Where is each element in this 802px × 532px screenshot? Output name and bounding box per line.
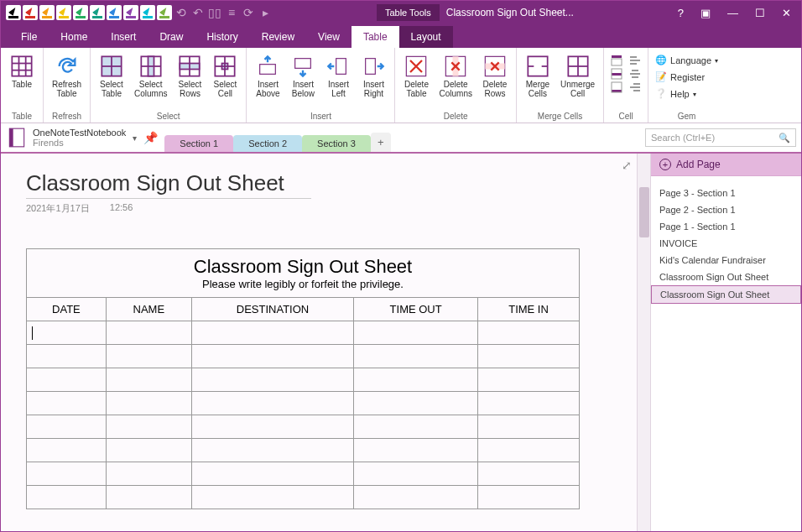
- merge-cells-icon: [526, 55, 549, 78]
- insert-below-button[interactable]: Insert Below: [287, 53, 319, 100]
- align-right-button[interactable]: [629, 81, 641, 93]
- col-time-out[interactable]: TIME OUT: [354, 298, 478, 321]
- tab-section-3[interactable]: Section 3: [302, 135, 371, 152]
- pen-lime-icon[interactable]: [157, 5, 172, 20]
- page-item[interactable]: Page 1 - Section 1: [651, 218, 801, 235]
- select-table-button[interactable]: Select Table: [96, 53, 128, 100]
- scrollbar-thumb[interactable]: [639, 187, 649, 237]
- page-item[interactable]: Classroom Sign Out Sheet: [651, 269, 801, 285]
- refresh-table-button[interactable]: Refresh Table: [49, 53, 85, 100]
- language-button[interactable]: 🌐Language▾: [655, 55, 718, 66]
- pen-teal-icon[interactable]: [90, 5, 105, 20]
- delete-table-button[interactable]: Delete Table: [400, 53, 432, 100]
- table-row[interactable]: [27, 486, 580, 509]
- select-rows-button[interactable]: Select Rows: [174, 53, 206, 100]
- back-icon[interactable]: ⟲: [174, 5, 189, 20]
- col-date[interactable]: DATE: [27, 298, 107, 321]
- page-item[interactable]: Page 3 - Section 1: [651, 185, 801, 201]
- page-item[interactable]: INVOICE: [651, 235, 801, 252]
- align-top-button[interactable]: [611, 55, 622, 66]
- unmerge-cell-button[interactable]: Unmerge Cell: [557, 53, 598, 100]
- table-row[interactable]: [27, 439, 580, 462]
- menu-bar: File Home Insert Draw History Review Vie…: [1, 24, 801, 48]
- panel-icon[interactable]: ▯▯: [207, 5, 222, 20]
- search-input[interactable]: Search (Ctrl+E) 🔍: [645, 128, 796, 147]
- pen-black-icon[interactable]: [6, 5, 21, 20]
- align-bottom-button[interactable]: [611, 81, 622, 93]
- table-row[interactable]: [27, 345, 580, 368]
- delete-columns-button[interactable]: Delete Columns: [435, 53, 475, 100]
- insert-left-button[interactable]: Insert Left: [322, 53, 354, 100]
- ribbon-group-select-label: Select: [96, 110, 241, 123]
- pen-purple-icon[interactable]: [123, 5, 138, 20]
- menu-review[interactable]: Review: [250, 26, 306, 48]
- add-section-button[interactable]: +: [371, 133, 391, 152]
- pen-red-icon[interactable]: [23, 5, 38, 20]
- more-icon[interactable]: ▸: [258, 5, 273, 20]
- notebook-dropdown-icon[interactable]: ▾: [133, 133, 137, 143]
- menu-layout[interactable]: Layout: [399, 26, 453, 48]
- vertical-scrollbar[interactable]: [637, 154, 650, 531]
- main-area: ⤢ Classroom Sign Out Sheet 2021年1月17日 12…: [1, 154, 801, 531]
- notebook-bar: OneNoteTestNotebook Firends ▾ 📌 Section …: [1, 123, 801, 154]
- align-center-button[interactable]: [629, 68, 641, 80]
- merge-cells-button[interactable]: Merge Cells: [522, 53, 554, 100]
- col-name[interactable]: NAME: [106, 298, 191, 321]
- register-button[interactable]: 📝Register: [655, 71, 718, 83]
- page-item-selected[interactable]: Classroom Sign Out Sheet: [651, 285, 801, 304]
- delete-rows-icon: [483, 55, 507, 78]
- align-left-button[interactable]: [629, 55, 641, 66]
- page-item[interactable]: Page 2 - Section 1: [651, 201, 801, 218]
- pen-green-icon[interactable]: [73, 5, 88, 20]
- help-icon[interactable]: ?: [678, 7, 684, 19]
- undo-icon[interactable]: ↶: [190, 5, 206, 20]
- pen-cyan-icon[interactable]: [140, 5, 155, 20]
- list-icon[interactable]: ≡: [224, 5, 239, 20]
- pen-blue-icon[interactable]: [107, 5, 122, 20]
- select-cell-button[interactable]: Select Cell: [209, 53, 241, 100]
- help-label: Help: [670, 89, 690, 99]
- insert-above-button[interactable]: Insert Above: [252, 53, 284, 100]
- menu-view[interactable]: View: [306, 26, 352, 48]
- page-date[interactable]: 2021年1月17日: [26, 202, 90, 215]
- menu-draw[interactable]: Draw: [148, 26, 195, 48]
- align-middle-button[interactable]: [611, 68, 622, 80]
- pen-yellow-icon[interactable]: [56, 5, 71, 20]
- close-icon[interactable]: ✕: [782, 7, 791, 19]
- delete-rows-button[interactable]: Delete Rows: [479, 53, 511, 100]
- language-label: Language: [670, 55, 711, 65]
- col-time-in[interactable]: TIME IN: [478, 298, 580, 321]
- maximize-icon[interactable]: ☐: [755, 7, 765, 19]
- signout-table[interactable]: Classroom Sign Out SheetPlease write leg…: [26, 248, 580, 509]
- insert-right-button[interactable]: Insert Right: [357, 53, 389, 100]
- table-row[interactable]: [27, 462, 580, 486]
- forward-icon[interactable]: ⟳: [241, 5, 256, 20]
- pen-orange-icon[interactable]: [39, 5, 55, 20]
- table-row[interactable]: [27, 368, 580, 392]
- col-destination[interactable]: DESTINATION: [191, 298, 353, 321]
- page-time[interactable]: 12:56: [110, 202, 133, 215]
- tab-section-2[interactable]: Section 2: [233, 135, 302, 152]
- add-page-button[interactable]: + Add Page: [651, 154, 801, 176]
- pin-icon[interactable]: 📌: [143, 131, 158, 144]
- table-row[interactable]: [27, 392, 580, 415]
- ribbon-options-icon[interactable]: ▣: [700, 7, 711, 19]
- menu-table[interactable]: Table: [352, 26, 399, 48]
- page-item[interactable]: Kid's Calendar Fundraiser: [651, 252, 801, 269]
- select-columns-button[interactable]: Select Columns: [131, 53, 170, 100]
- page-title[interactable]: Classroom Sign Out Sheet: [26, 170, 311, 199]
- minimize-icon[interactable]: —: [727, 7, 738, 19]
- notebook-name-block[interactable]: OneNoteTestNotebook Firends: [33, 128, 126, 148]
- menu-home[interactable]: Home: [49, 26, 99, 48]
- menu-insert[interactable]: Insert: [99, 26, 148, 48]
- menu-history[interactable]: History: [195, 26, 249, 48]
- page-canvas[interactable]: ⤢ Classroom Sign Out Sheet 2021年1月17日 12…: [1, 154, 637, 531]
- table-row[interactable]: [27, 321, 580, 345]
- table-button[interactable]: Table: [6, 53, 38, 91]
- notebook-icon[interactable]: [6, 127, 28, 149]
- table-row[interactable]: [27, 415, 580, 439]
- tab-section-1[interactable]: Section 1: [164, 135, 233, 152]
- help-button[interactable]: ❔Help▾: [655, 88, 718, 100]
- expand-icon[interactable]: ⤢: [622, 159, 632, 172]
- menu-file[interactable]: File: [9, 26, 49, 48]
